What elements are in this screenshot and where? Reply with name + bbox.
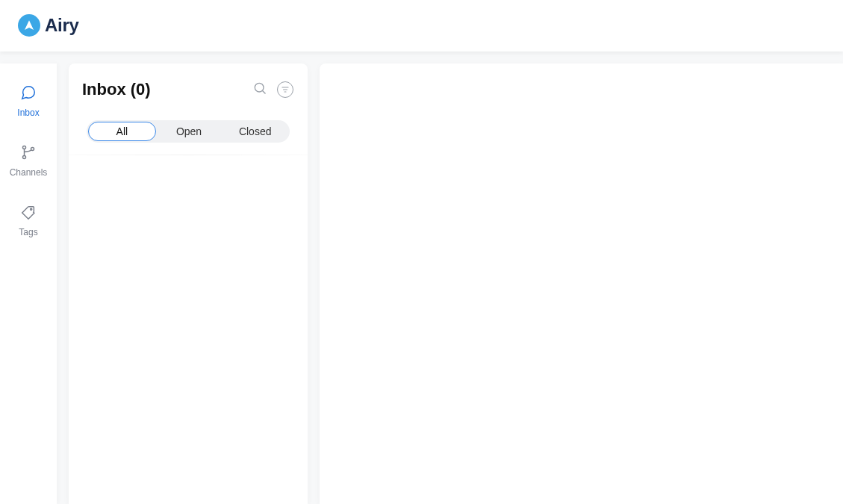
tab-open[interactable]: Open — [156, 122, 223, 141]
inbox-header-actions — [251, 81, 294, 99]
inbox-divider — [69, 155, 308, 155]
brand-logo[interactable]: Airy — [18, 14, 79, 37]
sidebar-item-inbox[interactable]: Inbox — [0, 81, 57, 120]
inbox-header: Inbox (0) — [69, 63, 308, 99]
main-layout: Inbox Channels Tags — [0, 52, 843, 504]
sidebar-item-channels[interactable]: Channels — [0, 141, 57, 180]
inbox-status-tabs: All Open Closed — [87, 120, 290, 143]
svg-point-4 — [255, 83, 264, 92]
brand-name: Airy — [45, 15, 79, 36]
inbox-title: Inbox (0) — [82, 80, 151, 99]
sidebar-item-label: Inbox — [17, 108, 39, 117]
tag-icon — [20, 204, 37, 223]
svg-line-5 — [263, 91, 266, 94]
search-icon — [252, 81, 267, 99]
filter-icon — [277, 81, 293, 98]
git-branch-icon — [20, 144, 37, 164]
sidebar-item-tags[interactable]: Tags — [0, 201, 57, 240]
svg-point-2 — [31, 147, 34, 150]
conversation-content-panel — [320, 63, 843, 504]
chat-bubble-icon — [20, 84, 37, 104]
svg-point-1 — [22, 155, 25, 158]
brand-logo-mark-icon — [18, 14, 40, 37]
tab-closed[interactable]: Closed — [222, 122, 288, 141]
inbox-panel: Inbox (0) — [69, 63, 308, 504]
app-header: Airy — [0, 0, 843, 52]
svg-point-0 — [22, 146, 25, 149]
sidebar-nav: Inbox Channels Tags — [0, 63, 57, 504]
tab-all[interactable]: All — [88, 122, 156, 141]
sidebar-item-label: Channels — [10, 168, 48, 177]
sidebar-item-label: Tags — [19, 228, 37, 237]
filter-button[interactable] — [276, 81, 294, 99]
svg-point-3 — [31, 208, 32, 210]
search-button[interactable] — [251, 81, 269, 99]
